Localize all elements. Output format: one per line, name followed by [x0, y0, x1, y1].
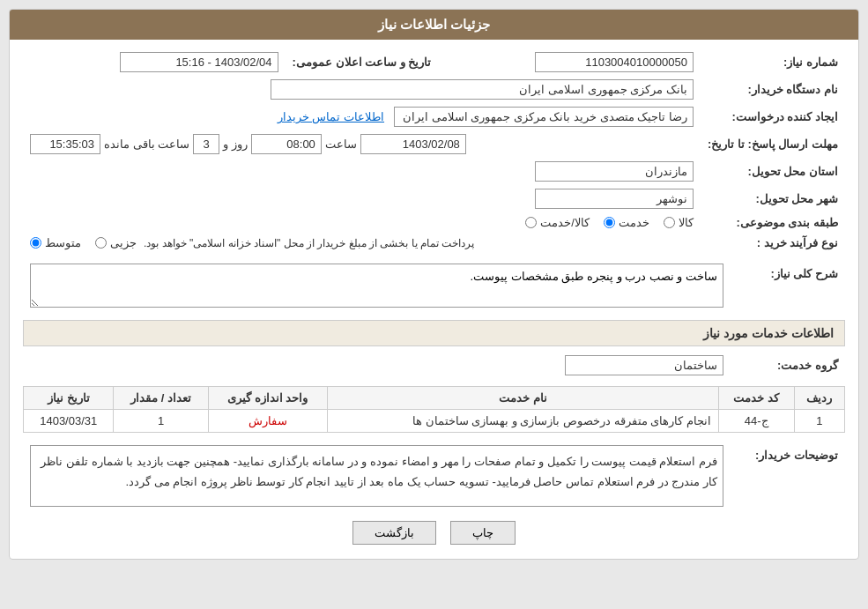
announcement-datetime-label: تاریخ و ساعت اعلان عمومی:	[286, 48, 439, 76]
service-group-label: گروه خدمت:	[731, 352, 845, 379]
purchase-type-label: نوع فرآیند خرید :	[701, 233, 845, 253]
cell-service-code: ج-44	[718, 410, 794, 433]
category-radio-kala-khadamat[interactable]	[525, 217, 537, 228]
col-header-row-num: ردیف	[794, 387, 844, 410]
category-radio-group: کالا/خدمت خدمت کالا	[525, 216, 694, 229]
cell-row-num: 1	[794, 410, 844, 433]
buyer-notes-label: توضیحات خریدار:	[731, 442, 845, 510]
col-header-unit: واحد اندازه گیری	[208, 387, 327, 410]
deadline-time-value: 08:00	[251, 134, 322, 154]
back-button[interactable]: بازگشت	[352, 521, 436, 545]
cell-service-name: انجام کارهای متفرقه درخصوص بازسازی و بهس…	[327, 410, 718, 433]
contact-link[interactable]: اطلاعات تماس خریدار	[278, 110, 384, 123]
main-card: جزئیات اطلاعات نیاز شماره نیاز: 11030040…	[9, 9, 859, 560]
purchase-type-jozvi[interactable]: جزیی	[95, 236, 137, 249]
category-kala-khadamat[interactable]: کالا/خدمت	[525, 216, 590, 229]
remaining-days-label: روز و	[223, 137, 248, 151]
creator-value: رضا تاجیک متصدی خرید بانک مرکزی جمهوری ا…	[394, 107, 694, 127]
table-row: 1 ج-44 انجام کارهای متفرقه درخصوص بازساز…	[24, 410, 845, 433]
page-title: جزئیات اطلاعات نیاز	[10, 10, 858, 40]
cell-quantity: 1	[114, 410, 208, 433]
remaining-days-value: 3	[193, 134, 219, 154]
buyer-notes-value: فرم استعلام قیمت پیوست را تکمیل و تمام ص…	[30, 445, 723, 507]
col-header-quantity: تعداد / مقدار	[114, 387, 208, 410]
purchase-type-radio-jozvi[interactable]	[95, 237, 107, 249]
category-label: طبقه بندی موضوعی:	[701, 212, 845, 233]
deadline-label: مهلت ارسال پاسخ: تا تاریخ:	[701, 130, 845, 158]
description-label: شرح کلی نیاز:	[731, 260, 845, 311]
need-number-label: شماره نیاز:	[701, 48, 845, 76]
category-radio-kala[interactable]	[664, 217, 675, 228]
city-label: شهر محل تحویل:	[701, 185, 845, 212]
category-radio-khadamat[interactable]	[604, 217, 615, 228]
description-table: شرح کلی نیاز:	[23, 260, 845, 311]
need-number-value: 1103004010000050	[535, 52, 694, 72]
info-table-top: شماره نیاز: 1103004010000050 تاریخ و ساع…	[23, 48, 845, 253]
cell-need-date: 1403/03/31	[24, 410, 114, 433]
service-group-value: ساختمان	[565, 355, 723, 375]
buyer-org-value: بانک مرکزی جمهوری اسلامی ایران	[271, 79, 694, 100]
city-value: نوشهر	[535, 189, 694, 209]
announcement-datetime-value: 1403/02/04 - 15:16	[120, 52, 278, 72]
purchase-type-motavasset[interactable]: متوسط	[30, 236, 81, 249]
creator-label: ایجاد کننده درخواست:	[701, 103, 845, 130]
remaining-time-value: 15:35:03	[30, 134, 100, 154]
page-wrapper: جزئیات اطلاعات نیاز شماره نیاز: 11030040…	[0, 0, 868, 568]
buttons-row: چاپ بازگشت	[23, 521, 845, 545]
purchase-type-radio-group: متوسط جزیی	[30, 236, 137, 249]
col-header-need-date: تاریخ نیاز	[24, 387, 114, 410]
services-table: ردیف کد خدمت نام خدمت واحد اندازه گیری ت…	[23, 386, 845, 433]
col-header-service-code: کد خدمت	[718, 387, 794, 410]
province-label: استان محل تحویل:	[701, 158, 845, 185]
service-group-table: گروه خدمت: ساختمان	[23, 352, 845, 379]
print-button[interactable]: چاپ	[450, 521, 516, 545]
buyer-notes-table: توضیحات خریدار: فرم استعلام قیمت پیوست ر…	[23, 442, 845, 510]
province-value: مازندران	[535, 161, 694, 182]
services-section-header: اطلاعات خدمات مورد نیاز	[23, 320, 845, 346]
remaining-time-label: ساعت باقی مانده	[104, 137, 189, 151]
category-kala[interactable]: کالا	[664, 216, 694, 229]
purchase-type-radio-motavasset[interactable]	[30, 237, 41, 249]
category-khadamat[interactable]: خدمت	[604, 216, 649, 229]
buyer-org-label: نام دستگاه خریدار:	[701, 76, 845, 103]
deadline-date-value: 1403/02/08	[360, 134, 466, 154]
description-textarea[interactable]	[30, 264, 723, 308]
content-area: شماره نیاز: 1103004010000050 تاریخ و ساع…	[10, 40, 858, 559]
col-header-service-name: نام خدمت	[327, 387, 718, 410]
deadline-time-label: ساعت	[325, 137, 357, 151]
purchase-type-description: پرداخت تمام یا بخشی از مبلغ خریدار از مح…	[144, 237, 474, 249]
cell-unit: سفارش	[208, 410, 327, 433]
